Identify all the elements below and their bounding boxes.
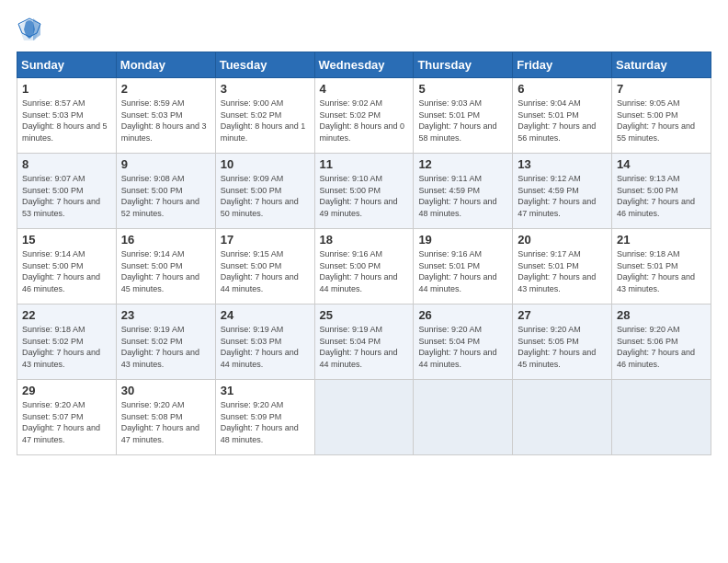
day-info: Sunrise: 9:19 AMSunset: 5:03 PMDaylight:… (221, 324, 310, 370)
day-info: Sunrise: 9:13 AMSunset: 5:00 PMDaylight:… (617, 173, 706, 219)
calendar-cell (513, 380, 612, 455)
day-info: Sunrise: 9:19 AMSunset: 5:04 PMDaylight:… (320, 324, 409, 370)
day-info: Sunrise: 9:20 AMSunset: 5:06 PMDaylight:… (617, 324, 706, 370)
calendar-header-friday: Friday (513, 52, 612, 78)
calendar-cell (414, 380, 513, 455)
day-info: Sunrise: 9:16 AMSunset: 5:00 PMDaylight:… (320, 248, 409, 294)
calendar-cell: 26 Sunrise: 9:20 AMSunset: 5:04 PMDaylig… (414, 304, 513, 380)
calendar-header-wednesday: Wednesday (314, 52, 414, 78)
day-number: 3 (221, 82, 310, 96)
day-info: Sunrise: 9:00 AMSunset: 5:02 PMDaylight:… (221, 98, 310, 144)
day-info: Sunrise: 9:17 AMSunset: 5:01 PMDaylight:… (518, 248, 607, 294)
header (17, 17, 711, 42)
day-info: Sunrise: 9:20 AMSunset: 5:09 PMDaylight:… (221, 399, 310, 445)
day-info: Sunrise: 9:15 AMSunset: 5:00 PMDaylight:… (221, 248, 310, 294)
day-info: Sunrise: 9:20 AMSunset: 5:08 PMDaylight:… (121, 399, 210, 445)
calendar-cell: 13 Sunrise: 9:12 AMSunset: 4:59 PMDaylig… (513, 154, 612, 229)
day-info: Sunrise: 8:57 AMSunset: 5:03 PMDaylight:… (22, 98, 111, 144)
calendar-header-monday: Monday (116, 52, 215, 78)
calendar-week-row: 29 Sunrise: 9:20 AMSunset: 5:07 PMDaylig… (17, 380, 711, 455)
calendar-cell: 5 Sunrise: 9:03 AMSunset: 5:01 PMDayligh… (414, 78, 513, 154)
day-number: 24 (221, 308, 310, 322)
day-number: 4 (320, 82, 409, 96)
calendar-cell: 1 Sunrise: 8:57 AMSunset: 5:03 PMDayligh… (17, 78, 117, 154)
calendar-cell: 3 Sunrise: 9:00 AMSunset: 5:02 PMDayligh… (215, 78, 314, 154)
calendar-cell: 8 Sunrise: 9:07 AMSunset: 5:00 PMDayligh… (17, 154, 117, 229)
day-number: 6 (518, 82, 607, 96)
day-number: 11 (320, 157, 409, 171)
day-number: 2 (121, 82, 210, 96)
calendar-cell: 31 Sunrise: 9:20 AMSunset: 5:09 PMDaylig… (215, 380, 314, 455)
calendar-header-tuesday: Tuesday (215, 52, 314, 78)
calendar-cell (612, 380, 711, 455)
calendar-cell: 12 Sunrise: 9:11 AMSunset: 4:59 PMDaylig… (414, 154, 513, 229)
day-number: 23 (121, 308, 210, 322)
calendar-cell: 29 Sunrise: 9:20 AMSunset: 5:07 PMDaylig… (17, 380, 117, 455)
calendar-cell: 25 Sunrise: 9:19 AMSunset: 5:04 PMDaylig… (314, 304, 414, 380)
calendar-table: SundayMondayTuesdayWednesdayThursdayFrid… (17, 52, 711, 455)
calendar-cell: 27 Sunrise: 9:20 AMSunset: 5:05 PMDaylig… (513, 304, 612, 380)
day-info: Sunrise: 9:18 AMSunset: 5:02 PMDaylight:… (22, 324, 111, 370)
day-number: 21 (617, 233, 706, 247)
calendar-week-row: 1 Sunrise: 8:57 AMSunset: 5:03 PMDayligh… (17, 78, 711, 154)
day-info: Sunrise: 9:14 AMSunset: 5:00 PMDaylight:… (22, 248, 111, 294)
calendar-cell: 23 Sunrise: 9:19 AMSunset: 5:02 PMDaylig… (116, 304, 215, 380)
calendar-cell: 11 Sunrise: 9:10 AMSunset: 5:00 PMDaylig… (314, 154, 414, 229)
calendar-cell: 7 Sunrise: 9:05 AMSunset: 5:00 PMDayligh… (612, 78, 711, 154)
calendar-cell: 16 Sunrise: 9:14 AMSunset: 5:00 PMDaylig… (116, 229, 215, 304)
calendar-header-saturday: Saturday (612, 52, 711, 78)
calendar-cell: 19 Sunrise: 9:16 AMSunset: 5:01 PMDaylig… (414, 229, 513, 304)
calendar-cell: 22 Sunrise: 9:18 AMSunset: 5:02 PMDaylig… (17, 304, 117, 380)
day-info: Sunrise: 9:11 AMSunset: 4:59 PMDaylight:… (418, 173, 507, 219)
calendar-cell: 2 Sunrise: 8:59 AMSunset: 5:03 PMDayligh… (116, 78, 215, 154)
day-number: 31 (221, 384, 310, 397)
day-info: Sunrise: 9:04 AMSunset: 5:01 PMDaylight:… (518, 98, 607, 144)
day-number: 13 (518, 157, 607, 171)
calendar-cell: 17 Sunrise: 9:15 AMSunset: 5:00 PMDaylig… (215, 229, 314, 304)
logo-icon (17, 17, 42, 42)
day-number: 19 (418, 233, 507, 247)
day-number: 16 (121, 233, 210, 247)
calendar-cell: 9 Sunrise: 9:08 AMSunset: 5:00 PMDayligh… (116, 154, 215, 229)
day-number: 28 (617, 308, 706, 322)
day-info: Sunrise: 9:20 AMSunset: 5:04 PMDaylight:… (418, 324, 507, 370)
day-number: 20 (518, 233, 607, 247)
day-number: 30 (121, 384, 210, 397)
calendar-cell: 21 Sunrise: 9:18 AMSunset: 5:01 PMDaylig… (612, 229, 711, 304)
calendar-cell: 10 Sunrise: 9:09 AMSunset: 5:00 PMDaylig… (215, 154, 314, 229)
day-number: 7 (617, 82, 706, 96)
day-number: 9 (121, 157, 210, 171)
day-number: 18 (320, 233, 409, 247)
calendar-cell: 28 Sunrise: 9:20 AMSunset: 5:06 PMDaylig… (612, 304, 711, 380)
calendar-cell: 4 Sunrise: 9:02 AMSunset: 5:02 PMDayligh… (314, 78, 414, 154)
calendar-header-thursday: Thursday (414, 52, 513, 78)
day-number: 17 (221, 233, 310, 247)
calendar-cell: 18 Sunrise: 9:16 AMSunset: 5:00 PMDaylig… (314, 229, 414, 304)
day-number: 29 (22, 384, 111, 397)
day-number: 8 (22, 157, 111, 171)
day-number: 22 (22, 308, 111, 322)
day-info: Sunrise: 9:20 AMSunset: 5:05 PMDaylight:… (518, 324, 607, 370)
day-info: Sunrise: 9:14 AMSunset: 5:00 PMDaylight:… (121, 248, 210, 294)
day-number: 12 (418, 157, 507, 171)
page: SundayMondayTuesdayWednesdayThursdayFrid… (0, 0, 728, 563)
calendar-header-sunday: Sunday (17, 52, 117, 78)
logo (17, 17, 46, 42)
day-info: Sunrise: 9:16 AMSunset: 5:01 PMDaylight:… (418, 248, 507, 294)
day-info: Sunrise: 8:59 AMSunset: 5:03 PMDaylight:… (121, 98, 210, 144)
day-info: Sunrise: 9:08 AMSunset: 5:00 PMDaylight:… (121, 173, 210, 219)
day-number: 1 (22, 82, 111, 96)
day-info: Sunrise: 9:03 AMSunset: 5:01 PMDaylight:… (418, 98, 507, 144)
calendar-cell: 30 Sunrise: 9:20 AMSunset: 5:08 PMDaylig… (116, 380, 215, 455)
day-info: Sunrise: 9:19 AMSunset: 5:02 PMDaylight:… (121, 324, 210, 370)
day-info: Sunrise: 9:20 AMSunset: 5:07 PMDaylight:… (22, 399, 111, 445)
day-number: 25 (320, 308, 409, 322)
day-number: 10 (221, 157, 310, 171)
day-info: Sunrise: 9:09 AMSunset: 5:00 PMDaylight:… (221, 173, 310, 219)
calendar-week-row: 15 Sunrise: 9:14 AMSunset: 5:00 PMDaylig… (17, 229, 711, 304)
calendar-header-row: SundayMondayTuesdayWednesdayThursdayFrid… (17, 52, 711, 78)
day-info: Sunrise: 9:18 AMSunset: 5:01 PMDaylight:… (617, 248, 706, 294)
day-number: 26 (418, 308, 507, 322)
day-info: Sunrise: 9:12 AMSunset: 4:59 PMDaylight:… (518, 173, 607, 219)
day-info: Sunrise: 9:07 AMSunset: 5:00 PMDaylight:… (22, 173, 111, 219)
